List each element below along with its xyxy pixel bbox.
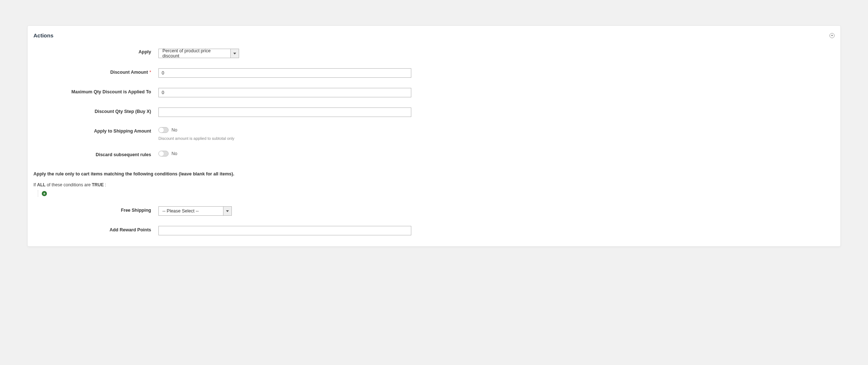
label-qty-step: Discount Qty Step (Buy X)	[33, 108, 158, 114]
cond-mid: of these conditions are	[45, 182, 92, 187]
discount-amount-input[interactable]	[158, 68, 411, 78]
label-apply: Apply	[33, 48, 158, 54]
free-shipping-value: -- Please Select --	[158, 206, 223, 216]
cond-suffix: :	[104, 182, 106, 187]
apply-shipping-toggle[interactable]: No	[158, 127, 177, 133]
chevron-down-icon[interactable]	[230, 49, 239, 58]
cond-quantifier[interactable]: ALL	[37, 182, 45, 187]
add-condition-icon[interactable]	[42, 191, 47, 196]
row-apply: Apply Percent of product price discount	[28, 46, 840, 60]
apply-select[interactable]: Percent of product price discount	[158, 49, 239, 58]
row-discount-amount: Discount Amount*	[28, 66, 840, 80]
actions-panel: Actions Apply Percent of product price d…	[27, 25, 841, 247]
discard-rules-value: No	[171, 151, 177, 156]
cond-bool[interactable]: TRUE	[92, 182, 104, 187]
row-max-qty: Maximum Qty Discount is Applied To	[28, 86, 840, 100]
row-discard-rules: Discard subsequent rules No	[28, 149, 840, 160]
max-qty-input[interactable]	[158, 88, 411, 97]
toggle-knob	[159, 127, 164, 133]
required-asterisk: *	[149, 70, 151, 75]
row-free-shipping: Free Shipping -- Please Select --	[28, 204, 840, 218]
collapse-icon[interactable]	[829, 33, 835, 38]
panel-title: Actions	[33, 32, 53, 38]
label-apply-shipping: Apply to Shipping Amount	[33, 127, 158, 134]
row-reward-points: Add Reward Points	[28, 224, 840, 238]
label-reward-points: Add Reward Points	[33, 226, 158, 232]
qty-step-input[interactable]	[158, 108, 411, 117]
toggle-switch[interactable]	[158, 151, 169, 157]
apply-select-value: Percent of product price discount	[158, 49, 230, 58]
label-discount-amount: Discount Amount*	[33, 68, 158, 75]
toggle-switch[interactable]	[158, 127, 169, 133]
label-free-shipping: Free Shipping	[33, 206, 158, 213]
label-discard-rules: Discard subsequent rules	[33, 151, 158, 157]
apply-shipping-value: No	[171, 127, 177, 133]
conditions-line: If ALL of these conditions are TRUE :	[28, 181, 840, 190]
apply-shipping-hint: Discount amount is applied to subtotal o…	[158, 136, 420, 141]
chevron-down-icon[interactable]	[223, 206, 232, 216]
conditions-instruction: Apply the rule only to cart items matchi…	[28, 169, 840, 181]
cond-prefix: If	[33, 182, 37, 187]
row-qty-step: Discount Qty Step (Buy X)	[28, 105, 840, 119]
toggle-knob	[159, 151, 164, 156]
discard-rules-toggle[interactable]: No	[158, 151, 177, 157]
panel-header: Actions	[28, 31, 840, 46]
label-discount-amount-text: Discount Amount	[110, 70, 148, 75]
label-max-qty: Maximum Qty Discount is Applied To	[33, 88, 158, 94]
row-apply-shipping: Apply to Shipping Amount No Discount amo…	[28, 125, 840, 143]
reward-points-input[interactable]	[158, 226, 411, 235]
conditions-tree	[28, 190, 840, 204]
free-shipping-select[interactable]: -- Please Select --	[158, 206, 232, 216]
